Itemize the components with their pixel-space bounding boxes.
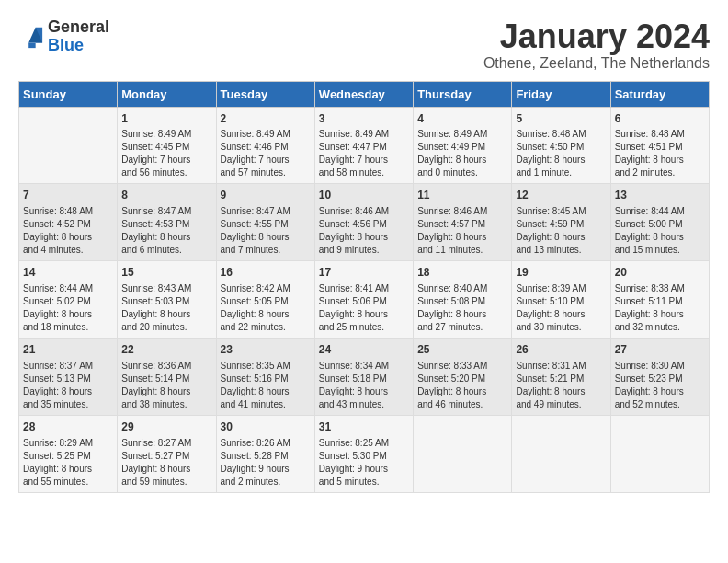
calendar-cell: 27Sunrise: 8:30 AMSunset: 5:23 PMDayligh… (610, 338, 709, 415)
cell-content-line: Daylight: 8 hours (121, 231, 211, 244)
cell-content-line: Sunset: 4:47 PM (319, 141, 409, 154)
cell-content-line: Daylight: 8 hours (516, 231, 606, 244)
cell-content-line: and 58 minutes. (319, 167, 409, 179)
calendar-cell: 2Sunrise: 8:49 AMSunset: 4:46 PMDaylight… (216, 107, 314, 184)
cell-content-line: Sunset: 4:46 PM (221, 141, 311, 154)
calendar-table: SundayMondayTuesdayWednesdayThursdayFrid… (18, 81, 710, 493)
calendar-row: 7Sunrise: 8:48 AMSunset: 4:52 PMDaylight… (19, 184, 710, 261)
cell-content-line: Sunrise: 8:37 AM (23, 360, 113, 373)
day-number: 10 (319, 188, 409, 203)
cell-content-line: and 2 minutes. (221, 476, 311, 488)
page-header: General Blue January 2024 Othene, Zeelan… (18, 18, 710, 72)
day-number: 7 (23, 188, 113, 203)
day-number: 13 (615, 188, 705, 203)
cell-content-line: Sunset: 5:11 PM (615, 295, 705, 308)
cell-content-line: and 55 minutes. (23, 476, 113, 488)
day-number: 17 (319, 265, 409, 281)
cell-content-line: Daylight: 8 hours (319, 231, 409, 244)
svg-marker-2 (28, 42, 35, 48)
calendar-cell: 6Sunrise: 8:48 AMSunset: 4:51 PMDaylight… (610, 107, 709, 184)
cell-content-line: Sunset: 5:13 PM (23, 373, 113, 385)
cell-content-line: and 49 minutes. (516, 398, 606, 411)
cell-content-line: Sunrise: 8:41 AM (319, 282, 409, 295)
calendar-cell: 10Sunrise: 8:46 AMSunset: 4:56 PMDayligh… (314, 184, 413, 261)
calendar-cell: 14Sunrise: 8:44 AMSunset: 5:02 PMDayligh… (19, 261, 118, 339)
cell-content-line: Sunset: 5:10 PM (516, 295, 606, 308)
cell-content-line: Sunrise: 8:47 AM (121, 205, 211, 218)
calendar-cell: 1Sunrise: 8:49 AMSunset: 4:45 PMDaylight… (118, 107, 216, 184)
cell-content-line: and 20 minutes. (121, 321, 211, 334)
calendar-row: 1Sunrise: 8:49 AMSunset: 4:45 PMDaylight… (19, 107, 710, 184)
cell-content-line: and 30 minutes. (516, 321, 606, 334)
calendar-header: SundayMondayTuesdayWednesdayThursdayFrid… (19, 81, 710, 107)
cell-content-line: Sunrise: 8:48 AM (23, 205, 113, 218)
calendar-cell: 31Sunrise: 8:25 AMSunset: 5:30 PMDayligh… (314, 415, 413, 492)
cell-content-line: Sunrise: 8:44 AM (23, 282, 113, 295)
cell-content-line: Sunrise: 8:35 AM (221, 360, 311, 373)
cell-content-line: and 35 minutes. (23, 398, 113, 411)
day-number: 3 (319, 111, 409, 127)
cell-content-line: Sunset: 4:50 PM (516, 141, 606, 154)
calendar-cell: 25Sunrise: 8:33 AMSunset: 5:20 PMDayligh… (414, 338, 512, 415)
cell-content-line: Sunset: 4:55 PM (221, 218, 311, 231)
cell-content-line: Sunset: 4:52 PM (23, 218, 113, 231)
cell-content-line: and 11 minutes. (417, 244, 507, 257)
calendar-cell: 19Sunrise: 8:39 AMSunset: 5:10 PMDayligh… (512, 261, 610, 339)
calendar-cell: 5Sunrise: 8:48 AMSunset: 4:50 PMDaylight… (512, 107, 610, 184)
cell-content-line: Sunset: 4:59 PM (516, 218, 606, 231)
cell-content-line: Sunset: 5:21 PM (516, 373, 606, 385)
calendar-row: 14Sunrise: 8:44 AMSunset: 5:02 PMDayligh… (19, 261, 710, 339)
cell-content-line: Daylight: 7 hours (221, 154, 311, 167)
cell-content-line: Daylight: 8 hours (615, 385, 705, 398)
cell-content-line: Daylight: 9 hours (221, 463, 311, 476)
day-number: 19 (516, 265, 606, 281)
cell-content-line: Daylight: 8 hours (319, 308, 409, 321)
cell-content-line: Sunrise: 8:31 AM (516, 360, 606, 373)
cell-content-line: Daylight: 8 hours (516, 154, 606, 167)
calendar-cell: 29Sunrise: 8:27 AMSunset: 5:27 PMDayligh… (118, 415, 216, 492)
day-number: 8 (121, 188, 211, 203)
calendar-cell: 3Sunrise: 8:49 AMSunset: 4:47 PMDaylight… (314, 107, 413, 184)
day-number: 31 (319, 419, 409, 435)
calendar-cell (610, 415, 709, 492)
column-header-sunday: Sunday (19, 81, 118, 107)
cell-content-line: Daylight: 8 hours (23, 463, 113, 476)
logo-blue-text: Blue (48, 36, 84, 54)
cell-content-line: Daylight: 8 hours (615, 154, 705, 167)
cell-content-line: Sunset: 5:18 PM (319, 373, 409, 385)
day-number: 6 (615, 111, 705, 127)
cell-content-line: and 32 minutes. (615, 321, 705, 334)
day-number: 18 (417, 265, 507, 281)
cell-content-line: Sunrise: 8:49 AM (319, 128, 409, 141)
cell-content-line: Sunset: 5:00 PM (615, 218, 705, 231)
column-header-wednesday: Wednesday (314, 81, 413, 107)
day-number: 9 (221, 188, 311, 203)
cell-content-line: Sunrise: 8:30 AM (615, 360, 705, 373)
calendar-cell: 13Sunrise: 8:44 AMSunset: 5:00 PMDayligh… (610, 184, 709, 261)
day-number: 16 (221, 265, 311, 281)
cell-content-line: Sunset: 5:02 PM (23, 295, 113, 308)
cell-content-line: Sunset: 5:05 PM (221, 295, 311, 308)
calendar-cell: 17Sunrise: 8:41 AMSunset: 5:06 PMDayligh… (314, 261, 413, 339)
day-number: 11 (417, 188, 507, 203)
cell-content-line: and 46 minutes. (417, 398, 507, 411)
cell-content-line: Sunset: 4:51 PM (615, 141, 705, 154)
cell-content-line: Sunset: 5:25 PM (23, 450, 113, 463)
cell-content-line: and 0 minutes. (417, 167, 507, 179)
calendar-cell: 20Sunrise: 8:38 AMSunset: 5:11 PMDayligh… (610, 261, 709, 339)
cell-content-line: and 13 minutes. (516, 244, 606, 257)
cell-content-line: Sunrise: 8:25 AM (319, 437, 409, 450)
title-block: January 2024 Othene, Zeeland, The Nether… (483, 18, 710, 72)
day-number: 28 (23, 419, 113, 435)
calendar-cell: 26Sunrise: 8:31 AMSunset: 5:21 PMDayligh… (512, 338, 610, 415)
cell-content-line: and 27 minutes. (417, 321, 507, 334)
cell-content-line: Sunrise: 8:38 AM (615, 282, 705, 295)
cell-content-line: Daylight: 8 hours (121, 463, 211, 476)
cell-content-line: Sunrise: 8:48 AM (516, 128, 606, 141)
cell-content-line: Daylight: 8 hours (319, 385, 409, 398)
cell-content-line: Sunrise: 8:49 AM (417, 128, 507, 141)
day-number: 2 (221, 111, 311, 127)
cell-content-line: and 5 minutes. (319, 476, 409, 488)
cell-content-line: Sunrise: 8:34 AM (319, 360, 409, 373)
logo-general-text: General (48, 18, 109, 37)
